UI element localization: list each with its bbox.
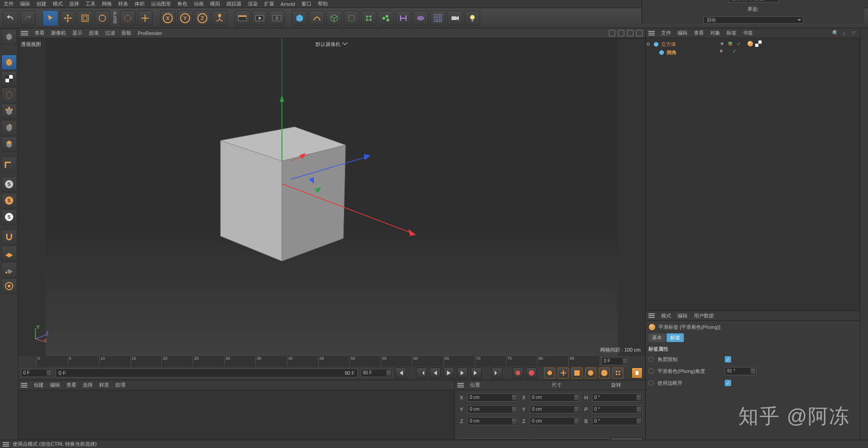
viewport-solo-button[interactable]: S	[1, 176, 17, 192]
key-parameter-button[interactable]: P	[599, 367, 610, 378]
vp-menu[interactable]: 面板	[121, 30, 131, 36]
mograph-button[interactable]	[361, 10, 376, 26]
menu-item[interactable]: 文件	[4, 0, 14, 7]
render-view-button[interactable]	[235, 10, 250, 26]
right-dock-strip[interactable]	[860, 28, 868, 440]
coord-field[interactable]: 0 cm	[467, 405, 518, 413]
timeline-end-field[interactable]: 0 F	[602, 357, 629, 365]
viewport[interactable]: 透视视图 默认摄像机 °•°	[18, 38, 645, 356]
coord-field[interactable]: 0 °	[592, 393, 642, 402]
rotate-tool[interactable]	[95, 10, 110, 26]
prev-frame-button[interactable]	[430, 367, 441, 378]
coord-system-button[interactable]	[212, 10, 227, 26]
undo-button[interactable]	[3, 10, 18, 26]
select-tool[interactable]	[43, 10, 58, 26]
deformer-button[interactable]	[396, 10, 411, 26]
coord-field[interactable]: 0 cm	[530, 405, 580, 413]
obj-menu[interactable]: 对象	[710, 30, 720, 36]
range-slider[interactable]: 0 F90 F	[55, 368, 358, 378]
viewport-solo-off-button[interactable]: S	[1, 209, 17, 225]
coord-field[interactable]: 0 cm	[530, 417, 580, 425]
visibility-toggle-icon[interactable]	[727, 40, 734, 47]
radio-icon[interactable]	[648, 380, 654, 386]
locked-workplane-button[interactable]	[1, 262, 17, 277]
texture-mode-button[interactable]	[1, 71, 17, 86]
quantize-button[interactable]	[1, 278, 17, 294]
object-tree[interactable]: ⊟ 立方体 倒角 ✓ ✓	[646, 38, 868, 311]
play-button[interactable]	[443, 367, 454, 378]
key-pla-button[interactable]	[612, 367, 623, 378]
coord-field[interactable]: 0 cm	[530, 393, 580, 402]
coord-field[interactable]: 0 cm	[467, 393, 518, 402]
next-frame-button[interactable]	[457, 367, 468, 378]
vp-menu[interactable]: 查看	[35, 30, 45, 36]
menu-item[interactable]: 创建	[36, 0, 46, 7]
camera-button[interactable]	[430, 10, 446, 26]
check-icon[interactable]: ✓	[732, 48, 736, 55]
timeline[interactable]: 051015202530354045505560657075808590 0 F	[18, 356, 645, 366]
tab-basic[interactable]: 基本	[648, 333, 666, 342]
menu-item[interactable]: 渲染	[248, 0, 258, 7]
coord-field[interactable]: 0 cm	[467, 417, 518, 425]
field-button[interactable]	[378, 10, 394, 26]
coord-field[interactable]: 0 °	[592, 417, 642, 425]
goto-start-button[interactable]	[395, 367, 406, 378]
tab-tag[interactable]: 标签	[667, 333, 684, 342]
start-frame-field[interactable]: 0 F	[21, 369, 53, 377]
menu-item[interactable]: 角色	[177, 0, 187, 7]
attr-menu[interactable]: 用户数据	[694, 312, 714, 319]
phong-angle-field[interactable]: 91 °	[725, 367, 757, 375]
tree-item-bevel[interactable]: 倒角	[647, 48, 867, 56]
menu-item[interactable]: 动画	[194, 0, 204, 7]
y-axis-button[interactable]: Y	[177, 10, 193, 26]
menu-item[interactable]: 扩展	[264, 0, 274, 7]
vp-menu[interactable]: 过滤	[105, 30, 115, 36]
make-editable-button[interactable]	[1, 29, 17, 45]
polygon-mode-button[interactable]	[1, 136, 17, 152]
workplane-mode-button[interactable]	[1, 87, 17, 103]
vp-menu[interactable]: 显示	[72, 30, 82, 36]
menu-item[interactable]: 样条	[118, 0, 128, 7]
key-position-button[interactable]	[558, 367, 569, 378]
light-button[interactable]	[465, 10, 480, 26]
obj-menu[interactable]: 文件	[661, 30, 671, 36]
home-icon[interactable]: ⌂	[841, 30, 847, 36]
vp-nav-icon[interactable]	[618, 30, 624, 36]
search-icon[interactable]: 🔍	[832, 30, 838, 36]
mat-menu[interactable]: 材质	[99, 382, 109, 388]
scale-tool[interactable]	[77, 10, 93, 26]
z-axis-button[interactable]: Z	[195, 10, 210, 26]
menu-item[interactable]: 体积	[135, 0, 145, 7]
menu-item[interactable]: 模拟	[210, 0, 220, 7]
radio-icon[interactable]	[648, 357, 654, 362]
obj-menu[interactable]: 编辑	[677, 30, 687, 36]
edge-mode-button[interactable]	[1, 120, 17, 136]
place-tool[interactable]	[137, 10, 153, 26]
key-rotation-button[interactable]	[585, 367, 596, 378]
menu-item[interactable]: 编辑	[20, 0, 30, 7]
coord-field[interactable]: 0 °	[592, 405, 642, 413]
mat-menu[interactable]: 创建	[34, 382, 44, 388]
workplane-snap-button[interactable]	[1, 246, 17, 261]
volume-button[interactable]	[344, 10, 359, 26]
mat-menu[interactable]: 纹理	[115, 382, 125, 388]
material-list[interactable]	[18, 390, 454, 448]
record-button[interactable]	[512, 367, 523, 378]
camera-obj-button[interactable]	[447, 10, 463, 26]
check-icon[interactable]: ✓	[735, 40, 742, 47]
nodespace-dropdown[interactable]: 当前 (标准/物理)	[728, 0, 778, 2]
x-axis-button[interactable]: X	[160, 10, 176, 26]
phong-tag-icon[interactable]	[747, 40, 754, 47]
menu-item[interactable]: 工具	[85, 0, 95, 7]
checkbox[interactable]: ✓	[725, 380, 731, 386]
axis-mode-button[interactable]	[1, 156, 17, 172]
attr-menu[interactable]: 编辑	[677, 312, 687, 319]
menu-item[interactable]: 模式	[53, 0, 63, 7]
mat-menu[interactable]: 查看	[66, 382, 76, 388]
layout-dropdown[interactable]: 启动	[703, 16, 803, 24]
obj-menu[interactable]: 查看	[694, 30, 704, 36]
move-tool[interactable]	[60, 10, 75, 26]
timeline-ruler[interactable]: 051015202530354045505560657075808590	[36, 356, 600, 366]
filter-icon[interactable]: ▽	[850, 30, 856, 36]
generator-button[interactable]	[326, 10, 342, 26]
